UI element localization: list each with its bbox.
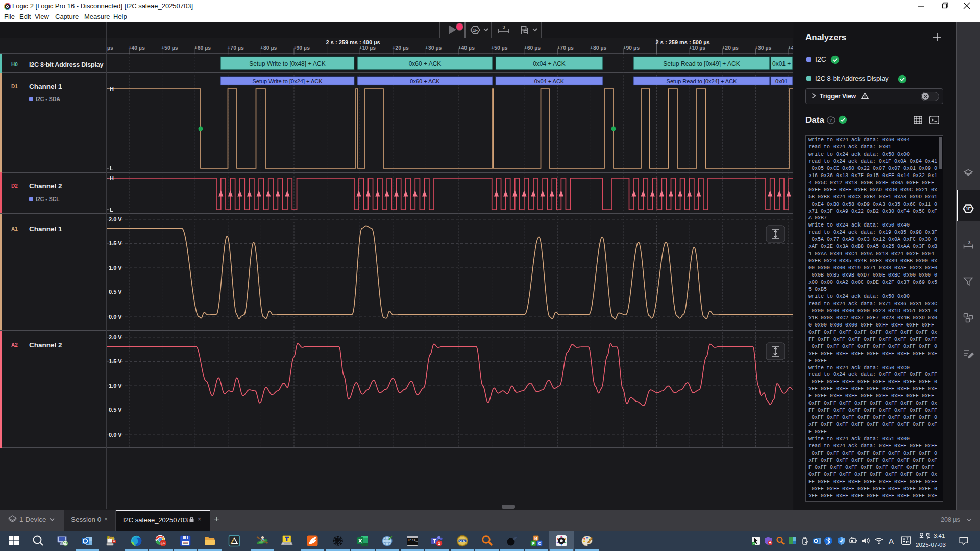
svg-text:2 s : 259 ms : 500 µs: 2 s : 259 ms : 500 µs: [656, 39, 710, 45]
svg-text:+40 µs: +40 µs: [458, 45, 475, 51]
svg-text:+10 µs: +10 µs: [689, 45, 706, 51]
svg-text:+10 µs: +10 µs: [359, 45, 376, 51]
svg-text:CFG: CFG: [459, 539, 465, 542]
svg-text:3: 3: [968, 240, 970, 245]
svg-text:0.0 V: 0.0 V: [109, 432, 122, 438]
svg-text:A: A: [889, 537, 894, 545]
svg-text:+80 µs: +80 µs: [590, 45, 607, 51]
svg-text:+80 µs: +80 µs: [260, 45, 277, 51]
svg-text:+40 µs: +40 µs: [128, 45, 145, 51]
svg-text:1.0 V: 1.0 V: [109, 383, 122, 389]
svg-text:0x01 + NAK: 0x01 + NAK: [772, 60, 793, 67]
svg-text:F: F: [532, 541, 535, 546]
svg-text:1.5 V: 1.5 V: [109, 240, 122, 246]
svg-text:И: И: [534, 536, 537, 541]
svg-text:Bug: Bug: [107, 536, 114, 540]
svg-text:L: L: [110, 207, 113, 213]
svg-text:+20 µs: +20 µs: [392, 45, 409, 51]
svg-text:0.5 V: 0.5 V: [109, 289, 122, 295]
svg-text:+20 µs: +20 µs: [722, 45, 739, 51]
svg-text:2 s : 259 ms : 400 µs: 2 s : 259 ms : 400 µs: [326, 39, 380, 45]
svg-text:1.5 V: 1.5 V: [109, 358, 122, 364]
svg-text:0.0 V: 0.0 V: [109, 314, 122, 320]
svg-text:0x04 + ACK: 0x04 + ACK: [534, 78, 565, 84]
svg-text:L: L: [110, 165, 113, 171]
svg-text:+50 µs: +50 µs: [491, 45, 508, 51]
svg-text:H: H: [110, 175, 114, 181]
svg-text:+90 µs: +90 µs: [293, 45, 310, 51]
svg-text:Setup Write to [0x24] + ACK: Setup Write to [0x24] + ACK: [252, 78, 323, 84]
svg-text:2.0 V: 2.0 V: [109, 334, 122, 340]
svg-text:Setup Read to [0x24] + ACK: Setup Read to [0x24] + ACK: [667, 78, 738, 84]
svg-text:1.0 V: 1.0 V: [109, 265, 122, 271]
svg-text:0.5 V: 0.5 V: [109, 407, 122, 413]
svg-text:?: ?: [829, 117, 832, 123]
svg-text:+60 µs: +60 µs: [194, 45, 211, 51]
svg-text:0x60 + ACK: 0x60 + ACK: [410, 78, 440, 84]
svg-text:+50 µs: +50 µs: [161, 45, 178, 51]
svg-text:+70 µs: +70 µs: [227, 45, 244, 51]
svg-text:+70 µs: +70 µs: [557, 45, 574, 51]
svg-text:+60 µs: +60 µs: [524, 45, 541, 51]
svg-text:+90 µs: +90 µs: [623, 45, 640, 51]
svg-text:µs: µs: [107, 45, 113, 51]
svg-text:+40 µs: +40 µs: [788, 45, 793, 51]
svg-text:Setup Write to [0x48] + ACK: Setup Write to [0x48] + ACK: [249, 60, 326, 67]
svg-text:+30 µs: +30 µs: [425, 45, 442, 51]
svg-text:1F: 1F: [966, 206, 971, 211]
svg-text:C: C: [538, 541, 541, 546]
svg-text:H: H: [110, 86, 114, 92]
svg-text:승혁: 승혁: [161, 542, 166, 545]
svg-text:0x01: 0x01: [775, 78, 788, 84]
svg-text:+30 µs: +30 µs: [755, 45, 772, 51]
svg-text:0x04 + ACK: 0x04 + ACK: [533, 60, 566, 67]
svg-text:1: 1: [438, 541, 440, 546]
svg-text:Setup Read to [0x49] + ACK: Setup Read to [0x49] + ACK: [663, 60, 740, 67]
svg-text:2.0 V: 2.0 V: [109, 216, 122, 222]
svg-text:0x60 + ACK: 0x60 + ACK: [409, 60, 442, 67]
svg-text:C:\>_: C:\>_: [408, 539, 418, 542]
